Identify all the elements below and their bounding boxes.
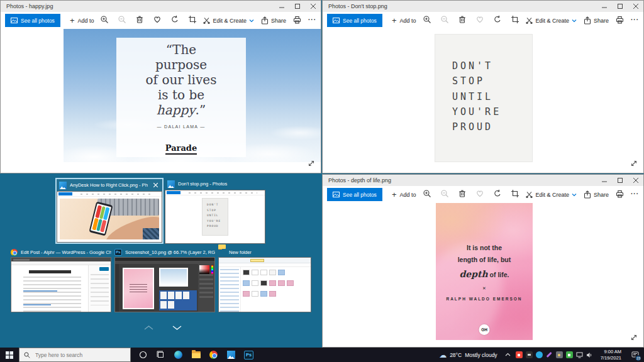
wordpress-page [11,265,111,312]
taskview-scrollers [143,322,182,333]
cortana-button[interactable] [138,350,148,359]
tray-expand-button[interactable] [505,352,511,358]
minimize-button[interactable] [274,1,289,12]
close-button[interactable] [305,1,321,12]
share-button[interactable]: Share [584,16,609,25]
see-all-photos-button[interactable]: See all photos [327,188,382,201]
fullscreen-button[interactable] [630,332,638,344]
file-explorer-button[interactable] [191,350,201,359]
delete-button[interactable] [135,15,144,26]
edge-button[interactable] [174,350,183,359]
tile-preview [218,257,311,312]
quote-line: happy.” [116,102,246,118]
tile-close-button[interactable] [151,181,160,190]
search-box[interactable] [19,348,131,362]
zoom-out-button[interactable] [440,15,449,26]
zoom-in-button[interactable] [100,15,109,26]
add-to-button[interactable]: +Add to [392,190,416,199]
edit-icon [526,17,533,24]
zoom-out-button[interactable] [440,189,449,200]
chrome-button[interactable] [209,350,218,359]
taskview-tile-chrome[interactable]: Edit Post - Alphr — WordPress - Google C… [11,247,111,312]
right-panel [198,264,214,312]
print-button[interactable] [616,15,624,26]
crop-button[interactable] [511,15,519,26]
scroll-up-button[interactable] [143,322,154,333]
crop-button[interactable] [188,15,197,26]
maximize-button[interactable] [612,175,628,186]
share-button[interactable]: Share [261,16,286,25]
folder-icon [192,351,201,358]
window-title: Photos - happy.jpg [1,3,53,9]
titlebar[interactable]: Photos - Don't stop.png [323,1,643,12]
weather-widget[interactable]: ☁ 28°C Mostly cloudy [436,348,500,362]
ornament: ✕ [436,286,533,291]
photo-viewer: DON'T STOP UNTIL YOU'RE PROUD [323,29,643,173]
photos-button[interactable] [226,350,236,359]
tray-volume-icon[interactable] [586,351,593,358]
print-button[interactable] [616,189,624,200]
taskview-tile-photoshop[interactable]: Ps Screenshot_10.png @ 66.7% (Layer 2, R… [114,247,215,312]
fullscreen-button[interactable] [308,158,315,170]
phone-shape [89,201,113,236]
delete-button[interactable] [458,189,467,200]
tray-anydesk-icon[interactable] [516,351,523,358]
rotate-button[interactable] [493,189,502,200]
zoom-in-button[interactable] [423,189,431,200]
edit-create-button[interactable]: Edit & Create [526,17,577,24]
share-icon [584,16,591,25]
tray-pen-icon[interactable] [546,351,553,358]
favorite-button[interactable] [475,15,484,26]
taskview-tile-dontstop[interactable]: Don't stop.png - Photos DON'T STOP UNTIL… [165,178,265,244]
taskview-tile-anydesk[interactable]: AnyDesk How to Right Click.png - Photos [55,178,164,244]
print-button[interactable] [293,15,301,26]
titlebar[interactable]: Photos - depth of life.png [323,175,643,186]
favorite-button[interactable] [475,189,484,200]
start-button[interactable] [0,348,19,362]
see-all-photos-button[interactable]: See all photos [327,14,382,27]
favorite-button[interactable] [153,15,162,26]
edit-create-button[interactable]: Edit & Create [203,17,254,24]
fullscreen-button[interactable] [630,158,638,170]
tray-messenger-icon[interactable] [536,351,543,358]
zoom-in-button[interactable] [423,15,431,26]
maximize-button[interactable] [612,1,628,12]
add-to-button[interactable]: +Add to [70,16,94,25]
rotate-button[interactable] [493,15,502,26]
minimize-button[interactable] [596,1,612,12]
tray-app-icon[interactable] [526,351,533,358]
clock[interactable]: 9:00 AM 7/19/2021 [598,349,624,361]
tile-title: Screenshot_10.png @ 66.7% (Layer 2, RGB/… [125,250,215,255]
share-button[interactable]: Share [584,190,609,199]
nav-pane [219,267,241,312]
task-view-button[interactable] [156,350,165,359]
more-button[interactable]: ··· [308,16,316,25]
delete-button[interactable] [458,15,467,26]
maximize-button[interactable] [289,1,305,12]
see-all-photos-button[interactable]: See all photos [5,14,60,27]
close-button[interactable] [628,175,643,186]
crop-button[interactable] [511,189,519,200]
quote-line: depth of life. [436,266,533,283]
minimize-button[interactable] [596,175,612,186]
search-input[interactable] [34,351,116,359]
tray-network-icon[interactable] [576,351,583,358]
quote-attribution: RALPH WALDO EMERSON [436,297,533,301]
edit-create-button[interactable]: Edit & Create [526,191,577,198]
titlebar[interactable]: Photos - happy.jpg [1,1,321,12]
publish-button-shape [99,267,109,271]
quote-line: of our lives [116,72,246,87]
action-center-button[interactable]: 23 [629,348,641,362]
add-to-button[interactable]: +Add to [392,16,416,25]
tray-app2-icon[interactable] [556,351,563,358]
scroll-down-button[interactable] [172,322,182,333]
taskview-tile-folder[interactable]: New folder [218,247,311,312]
photoshop-button[interactable]: Ps [244,350,253,359]
rotate-button[interactable] [170,15,179,26]
close-button[interactable] [628,1,643,12]
more-button[interactable]: ··· [631,16,639,25]
more-button[interactable]: ··· [631,190,639,199]
tray-app3-icon[interactable] [566,351,573,358]
layers-panel [199,274,213,299]
zoom-out-button[interactable] [118,15,126,26]
